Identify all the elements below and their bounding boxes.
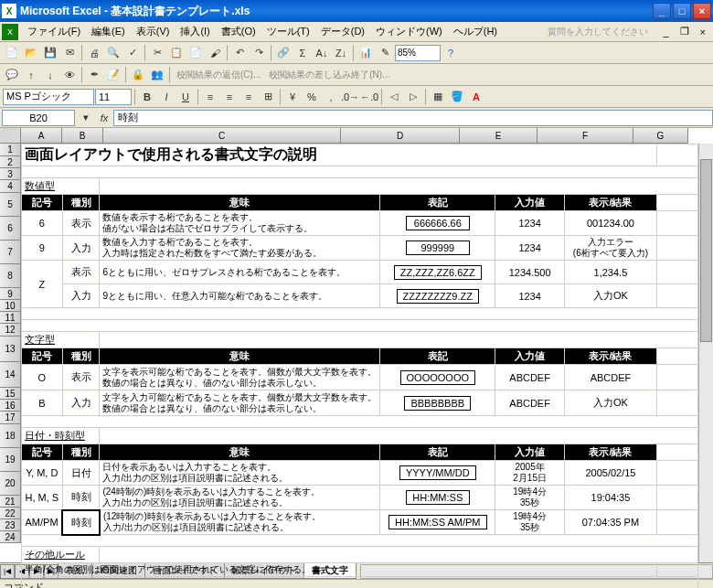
cell[interactable] xyxy=(100,428,698,444)
row-header-8[interactable]: 8 xyxy=(0,264,21,288)
row-header-10[interactable]: 10 xyxy=(0,300,21,312)
cell[interactable]: (12時制の)時刻を表示あるいは入力することを表す。入力/出力の区別は項目説明書… xyxy=(100,510,380,535)
cell[interactable] xyxy=(100,178,698,195)
cell[interactable]: ABCDEF xyxy=(495,390,565,416)
cell[interactable]: 記号 xyxy=(22,348,63,365)
row-header-15[interactable]: 15 xyxy=(0,388,21,400)
row-header-12[interactable]: 12 xyxy=(0,324,21,337)
comma-icon[interactable]: , xyxy=(322,88,340,106)
cell[interactable]: 入力 xyxy=(62,390,100,416)
cell[interactable] xyxy=(656,195,697,211)
scroll-thumb[interactable] xyxy=(700,159,712,342)
cell[interactable]: O xyxy=(22,365,63,390)
row-header-7[interactable]: 7 xyxy=(0,241,21,264)
menu-tools[interactable]: ツール(T) xyxy=(261,23,315,40)
font-size[interactable] xyxy=(95,89,132,105)
cell[interactable]: YYYY/MM/DD xyxy=(380,461,495,486)
cell[interactable]: 999999 xyxy=(380,236,495,261)
vertical-scrollbar[interactable] xyxy=(698,144,713,562)
cells[interactable]: 画面レイアウトで使用される書式文字の説明数値型記号種別意味表記入力値表示/結果6… xyxy=(21,144,698,562)
bold-icon[interactable]: B xyxy=(138,88,156,106)
minimize-button[interactable]: _ xyxy=(653,3,671,19)
cell[interactable]: 数値を入力する桁であることを表す。入力時は指定された桁数をすべて満たす必要がある… xyxy=(100,236,380,261)
preview-icon[interactable]: 🔍 xyxy=(104,44,122,62)
cell[interactable]: 1234.500 xyxy=(495,261,565,284)
cell[interactable]: ZZZZZZZZ9.ZZ xyxy=(380,284,495,308)
cell[interactable]: 入力値 xyxy=(495,195,565,211)
help-icon[interactable]: ? xyxy=(442,44,460,62)
cell[interactable]: 日付 xyxy=(62,461,100,486)
cell[interactable]: ZZ,ZZZ,ZZ6.6ZZ xyxy=(380,261,495,284)
print-icon[interactable]: 🖨 xyxy=(85,44,103,62)
cell[interactable]: 表記 xyxy=(380,195,495,211)
sort-desc-icon[interactable]: Z↓ xyxy=(332,44,350,62)
cell[interactable]: 記号 xyxy=(22,444,63,461)
cell[interactable]: (24時制の)時刻を表示あるいは入力することを表す。入力/出力の区別は項目説明書… xyxy=(100,486,380,510)
cell[interactable]: 1234 xyxy=(495,211,565,236)
cell[interactable]: 入力エラー(6桁すべて要入力) xyxy=(565,236,657,261)
cell[interactable]: ABCDEF xyxy=(495,365,565,390)
row-headers[interactable]: 123456789101112131415161718192021222324 xyxy=(0,144,21,543)
col-header-D[interactable]: D xyxy=(341,128,460,144)
maximize-button[interactable]: □ xyxy=(673,3,691,19)
fx-icon[interactable]: fx xyxy=(95,112,113,123)
cell[interactable]: 001234.00 xyxy=(565,211,657,236)
fill-icon[interactable]: 🪣 xyxy=(448,88,466,106)
col-header-E[interactable]: E xyxy=(460,128,537,144)
protect-icon[interactable]: 🔒 xyxy=(129,66,147,84)
cell[interactable]: 入力 xyxy=(62,236,100,261)
cell[interactable] xyxy=(656,444,697,461)
cell[interactable]: 1234 xyxy=(495,284,565,308)
cell[interactable] xyxy=(656,348,697,365)
percent-icon[interactable]: % xyxy=(303,88,321,106)
menu-help[interactable]: ヘルプ(H) xyxy=(448,23,503,40)
app-icon[interactable]: X xyxy=(2,24,18,40)
cell[interactable]: HH:MM:SS AM/PM xyxy=(380,510,495,535)
row-header-22[interactable]: 22 xyxy=(0,508,21,519)
redo-icon[interactable]: ↷ xyxy=(250,44,268,62)
cell[interactable]: 1,234.5 xyxy=(565,261,657,284)
cell[interactable]: 入力 xyxy=(62,284,100,308)
cell[interactable]: 表示/結果 xyxy=(565,444,657,461)
cell[interactable]: 画面レイアウトで使用される書式文字の説明 xyxy=(22,144,657,166)
row-header-23[interactable]: 23 xyxy=(0,519,21,531)
col-header-A[interactable]: A xyxy=(21,128,62,144)
sum-icon[interactable]: Σ xyxy=(293,44,312,62)
cell[interactable]: その他ルール xyxy=(22,547,100,563)
cell[interactable]: 9とともに用い、任意入力可能な桁であることを表す。 xyxy=(100,284,380,308)
doc-close[interactable]: × xyxy=(695,25,711,39)
cell[interactable]: 文字を表示可能な桁であることを表す。個数が最大文字数を表す。数値の場合とは異なり… xyxy=(100,365,380,390)
underline-icon[interactable]: U xyxy=(176,88,195,106)
menu-file[interactable]: ファイル(F) xyxy=(22,23,86,40)
col-header-B[interactable]: B xyxy=(62,128,103,144)
cell[interactable]: ABCDEF xyxy=(565,365,657,390)
help-hint[interactable]: 質問を入力してください xyxy=(548,26,657,38)
cell[interactable]: 種別 xyxy=(62,348,100,365)
chart-icon[interactable]: 📊 xyxy=(356,44,375,62)
row-header-14[interactable]: 14 xyxy=(0,362,21,388)
save-icon[interactable]: 💾 xyxy=(41,44,59,62)
cell[interactable]: 666666.66 xyxy=(380,211,495,236)
align-right-icon[interactable]: ≡ xyxy=(239,88,258,106)
cell[interactable]: 19時4分35秒 xyxy=(495,510,565,535)
namebox-dropdown-icon[interactable]: ▾ xyxy=(77,109,95,127)
indent-dec-icon[interactable]: ◁ xyxy=(385,88,403,106)
cell[interactable] xyxy=(656,486,697,510)
row-header-11[interactable]: 11 xyxy=(0,312,21,324)
cell[interactable]: 種別 xyxy=(62,444,100,461)
column-headers[interactable]: ABCDEFG xyxy=(21,128,688,144)
cell[interactable]: 種別 xyxy=(62,195,100,211)
name-box[interactable] xyxy=(2,110,75,126)
row-header-16[interactable]: 16 xyxy=(0,400,21,412)
select-all-corner[interactable] xyxy=(0,128,21,144)
cell[interactable]: 数値型 xyxy=(22,178,100,195)
cell[interactable]: 2005年2月15日 xyxy=(495,461,565,486)
cell[interactable] xyxy=(22,320,698,332)
font-color-icon[interactable]: A xyxy=(467,88,485,106)
cell[interactable] xyxy=(656,510,697,535)
row-header-24[interactable]: 24 xyxy=(0,531,21,543)
inc-decimal-icon[interactable]: .0→ xyxy=(341,88,359,106)
comment-show-icon[interactable]: 👁 xyxy=(60,66,79,84)
cell[interactable]: BBBBBBBB xyxy=(380,390,495,416)
review-reply-label[interactable]: 校閲結果の返信(C)... xyxy=(173,69,264,81)
